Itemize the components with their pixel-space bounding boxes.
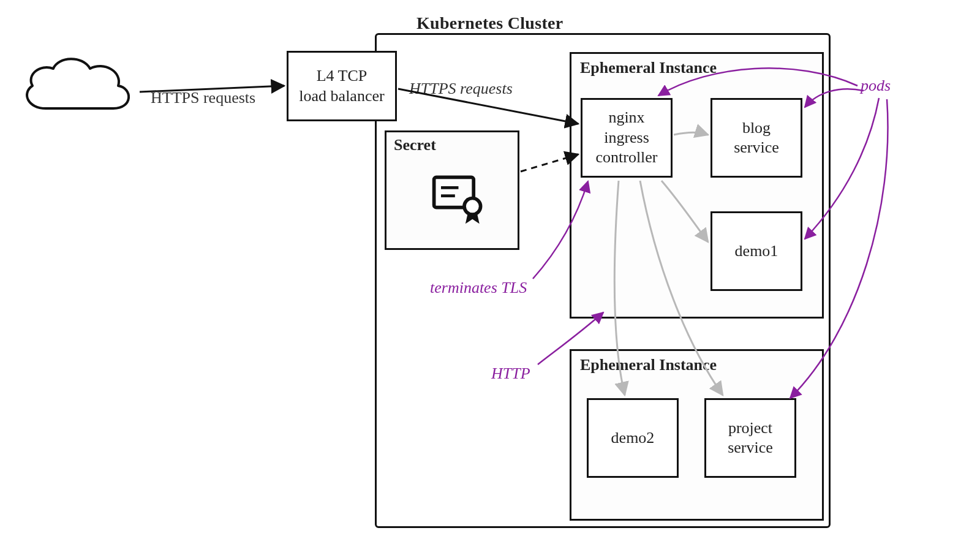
pod-demo2: demo2 [587,398,679,478]
annotation-http: HTTP [491,364,530,383]
secret-box: Secret [385,130,519,250]
pod-nginx-ingress: nginx ingress controller [581,98,673,178]
instance-1-title: Ephemeral Instance [580,59,717,77]
certificate-icon [429,169,488,227]
diagram-stage: Kubernetes Cluster HTTPS requests L4 TCP… [0,0,980,536]
annotation-terminates-tls: terminates TLS [430,279,527,297]
svg-point-3 [464,198,481,215]
diagram-title: Kubernetes Cluster [417,13,563,33]
pod-demo1: demo1 [710,211,802,291]
instance-2-title: Ephemeral Instance [580,356,717,374]
annotation-pods: pods [861,77,891,95]
label-https-requests-2: HTTPS requests [409,80,513,98]
load-balancer-box: L4 TCP load balancer [287,51,397,121]
cloud-icon [15,50,138,124]
pod-project-service: project service [704,398,796,478]
secret-title: Secret [394,136,436,154]
pod-blog-service: blog service [710,98,802,178]
label-https-requests-1: HTTPS requests [151,89,255,107]
